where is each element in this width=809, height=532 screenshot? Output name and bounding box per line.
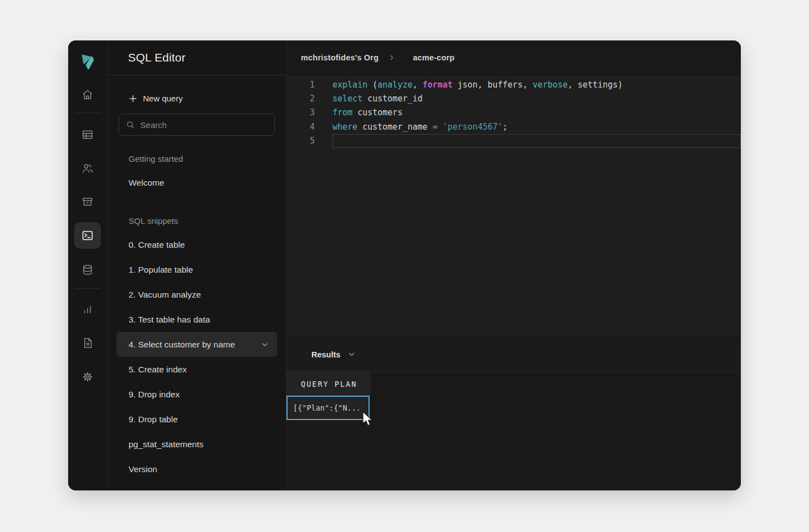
code-line[interactable]: 3from customers xyxy=(286,106,741,120)
code-line[interactable]: 2select customer_id xyxy=(286,91,741,105)
chevron-right-icon xyxy=(388,54,396,62)
sidebar-item-label: 5. Create index xyxy=(129,365,187,375)
sidebar-item-label: 9. Drop index xyxy=(129,390,180,400)
sidebar-item-label: 9. Drop table xyxy=(129,415,178,424)
users-icon[interactable] xyxy=(81,162,94,175)
new-query-label: New query xyxy=(143,94,183,103)
search-box[interactable] xyxy=(119,114,275,136)
query-plan-cell[interactable]: [{"Plan":{"N... xyxy=(286,396,370,420)
code-text: from customers xyxy=(332,106,741,120)
sql-code-editor[interactable]: 1explain (analyze, format json, buffers,… xyxy=(286,75,741,337)
rail-divider xyxy=(75,288,100,289)
sidebar-item[interactable]: Version xyxy=(116,457,277,482)
code-line[interactable]: 5 xyxy=(286,134,741,148)
icon-rail xyxy=(68,40,107,490)
code-line[interactable]: 4where customer_name = 'person4567'; xyxy=(286,120,741,134)
sidebar-item-label: 2. Vacuum analyze xyxy=(129,290,201,300)
sidebar-item-label: 3. Test table has data xyxy=(129,315,210,325)
query-plan-column-header: QUERY PLAN xyxy=(286,372,371,396)
code-text: explain (analyze, format json, buffers, … xyxy=(332,78,741,91)
sidebar-item[interactable]: 3. Test table has data xyxy=(116,307,277,332)
results-dropdown-label[interactable]: Results xyxy=(311,350,340,359)
results-panel: QUERY PLAN [{"Plan":{"N... xyxy=(286,371,741,490)
document-icon[interactable] xyxy=(81,336,94,350)
breadcrumb-org[interactable]: mchristofides's Org xyxy=(301,53,378,62)
rail-divider xyxy=(75,112,100,113)
sidebar-item-label: Welcome xyxy=(129,178,164,188)
plus-icon xyxy=(129,94,137,103)
sidebar-item[interactable]: pg_stat_statements xyxy=(116,432,277,457)
sidebar-item[interactable]: 5. Create index xyxy=(116,357,277,382)
new-query-button[interactable]: New query xyxy=(107,94,286,103)
sidebar-item-label: 0. Create table xyxy=(129,240,185,250)
search-input[interactable] xyxy=(140,120,267,130)
sidebar-item[interactable]: 0. Create table xyxy=(116,232,277,257)
line-number: 4 xyxy=(286,122,315,132)
sidebar-header: SQL Editor xyxy=(107,40,286,75)
chevron-down-icon[interactable] xyxy=(347,350,356,359)
line-number: 3 xyxy=(286,108,315,117)
code-text: where customer_name = 'person4567'; xyxy=(332,120,741,134)
nav-section-title: Getting started xyxy=(116,147,277,170)
sidebar-item[interactable]: 9. Drop index xyxy=(116,382,277,407)
line-number: 2 xyxy=(286,94,315,104)
code-line[interactable]: 1explain (analyze, format json, buffers,… xyxy=(286,78,741,91)
line-number: 5 xyxy=(286,136,315,146)
breadcrumb-project[interactable]: acme-corp xyxy=(413,53,454,62)
code-text: select customer_id xyxy=(332,91,741,105)
sidebar-nav: Getting startedWelcomeSQL snippets0. Cre… xyxy=(107,147,286,482)
sidebar-item[interactable]: 2. Vacuum analyze xyxy=(116,282,277,307)
sql-editor-icon[interactable] xyxy=(74,222,101,249)
sidebar-item-label: pg_stat_statements xyxy=(129,439,203,449)
code-text xyxy=(332,134,741,148)
search-icon xyxy=(126,120,135,130)
tables-icon[interactable] xyxy=(81,128,94,141)
sidebar-item[interactable]: 9. Drop table xyxy=(116,407,277,432)
results-toolbar: Results xyxy=(286,337,741,371)
sidebar-item-label: Version xyxy=(129,464,157,474)
chevron-down-icon xyxy=(260,340,269,349)
sidebar-item[interactable]: Welcome xyxy=(116,170,277,195)
app-window: SQL Editor New query Getting startedWelc… xyxy=(68,40,741,490)
sidebar-item-label: 4. Select customer by name xyxy=(129,340,235,350)
nav-section-title: SQL snippets xyxy=(116,209,277,232)
breadcrumb: mchristofides's Org acme-corp xyxy=(286,40,741,75)
home-icon[interactable] xyxy=(81,88,94,101)
bolt-logo-icon[interactable] xyxy=(78,52,97,71)
archive-icon[interactable] xyxy=(81,195,94,208)
sidebar-item[interactable]: 1. Populate table xyxy=(116,257,277,282)
gear-icon[interactable] xyxy=(81,370,94,383)
sidebar: SQL Editor New query Getting startedWelc… xyxy=(107,40,286,490)
line-number: 1 xyxy=(286,80,315,90)
bar-chart-icon[interactable] xyxy=(81,303,94,316)
main-panel: mchristofides's Org acme-corp 1explain (… xyxy=(286,40,741,490)
sidebar-item[interactable]: 4. Select customer by name xyxy=(116,332,277,357)
page-title: SQL Editor xyxy=(128,51,186,64)
sidebar-item-label: 1. Populate table xyxy=(129,265,193,275)
database-icon[interactable] xyxy=(81,263,94,277)
